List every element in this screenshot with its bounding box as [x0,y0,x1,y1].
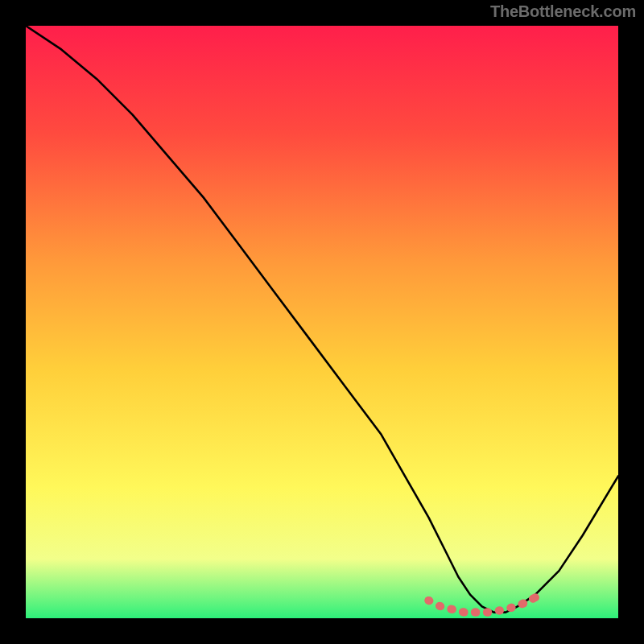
svg-point-4 [472,609,480,617]
watermark-text: TheBottleneck.com [490,3,636,19]
svg-point-8 [519,600,527,608]
svg-point-0 [425,597,433,605]
svg-point-9 [531,593,539,601]
svg-point-3 [460,609,469,617]
svg-point-2 [448,605,456,613]
svg-point-1 [436,602,444,610]
svg-point-5 [484,609,492,617]
chart-svg [26,26,618,618]
svg-point-7 [508,604,516,612]
gradient-bg [26,26,618,618]
plot-area [26,26,618,618]
outer-frame: TheBottleneck.com [0,0,644,644]
svg-point-6 [496,606,504,614]
